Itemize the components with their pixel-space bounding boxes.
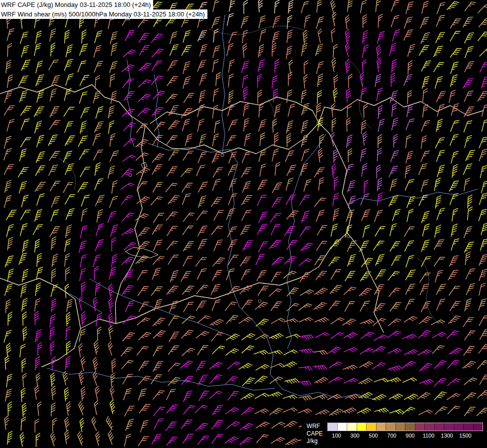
legend-swatch [366,423,376,431]
legend-tick-label: 300 [350,433,359,439]
legend-title-variable: CAPE [306,430,323,438]
map-title-cape: WRF CAPE (J/kg) Monday 03-11-2025 18:00 … [0,0,153,9]
legend-tick-label: 1300 [441,433,453,439]
legend-swatch [347,423,357,431]
legend-title-model: WRF [306,423,323,430]
legend-swatch [415,423,425,431]
map-title-shear: WRF Wind shear (m/s) 500/1000hPa Monday … [0,9,207,19]
legend-swatch-row [327,423,483,431]
legend-title-unit: J/kg [306,438,323,445]
legend-swatch [424,423,434,431]
legend-swatch [473,423,483,431]
legend-swatch [337,423,347,431]
legend-tick-label: 100 [332,433,341,439]
legend-tick-label: 1500 [459,433,471,439]
legend-swatch [434,423,444,431]
legend-swatch [454,423,464,431]
map-title-block: WRF CAPE (J/kg) Monday 03-11-2025 18:00 … [0,0,207,19]
legend-swatch [463,423,473,431]
country-borders-layer [0,85,484,367]
rivers-layer [47,15,478,400]
legend-swatch [357,423,367,431]
legend-swatch [376,423,386,431]
weather-map: WRF CAPE (J/kg) Monday 03-11-2025 18:00 … [0,0,487,448]
terrain-contours-layer [59,26,438,323]
legend-swatch [405,423,415,431]
legend-tick-label: 1100 [423,433,435,439]
legend-tick-label: 900 [405,433,414,439]
map-canvas [0,0,487,448]
legend-swatch [444,423,454,431]
legend-swatch [386,423,395,431]
wind-barbs-layer [4,0,487,448]
cape-legend: WRF CAPE J/kg 10030050070090011001300150… [301,420,487,448]
legend-title: WRF CAPE J/kg [306,423,323,445]
legend-tick-label: 500 [369,433,378,439]
legend-colorbar: 100300500700900110013001500 [327,423,483,440]
legend-tick-label: 700 [387,433,396,439]
legend-tick-row: 100300500700900110013001500 [327,433,475,440]
legend-swatch [328,423,337,431]
legend-swatch [395,423,405,431]
